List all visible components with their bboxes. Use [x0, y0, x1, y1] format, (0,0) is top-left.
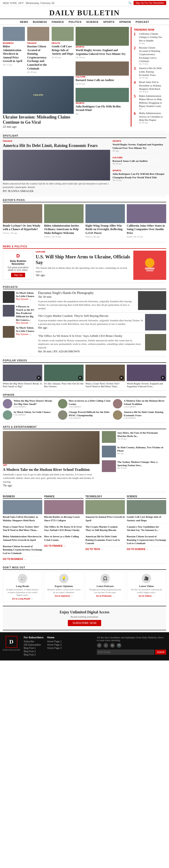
technology-story-2[interactable]: The Crypto Market Crashed. They're Still…	[85, 525, 125, 533]
instagram-icon[interactable]: 📷	[117, 643, 121, 648]
footer-link-blog3[interactable]: Blog Post 3	[24, 653, 43, 656]
finance-go-to[interactable]: Go to Finance →	[44, 545, 84, 547]
finance-story-3[interactable]: How to Invest as a Debt Ceiling Crisis L…	[44, 535, 84, 543]
business-story-1[interactable]: Retail Sales Fall in December as Holiday…	[3, 515, 42, 524]
trending-item-3[interactable]: 3 America Hits Its Debt Limit, Raising E…	[134, 66, 164, 79]
podcast-ep-3[interactable]: So Much Talent, So Little Chance Play Ep…	[3, 326, 36, 338]
footer-link-blog2[interactable]: Blog Post 2	[24, 650, 43, 653]
footer-link-subscribe[interactable]: Subscribe	[24, 640, 43, 643]
trending-item-1[interactable]: 1 California Climate Change is Getting T…	[134, 32, 164, 44]
opinion-6[interactable]: America Hit Its Debt Limit, Raising Econ…	[113, 410, 166, 420]
science-story-1[interactable]: Gentle Cell Care Brings Info of Anxiety …	[127, 515, 166, 524]
trending-label: Trending Now	[134, 28, 164, 31]
footer-link-blog1[interactable]: Blog Post 1	[24, 647, 43, 649]
nav-item-finance[interactable]: Finance	[49, 19, 66, 25]
technology-go-to[interactable]: Go to Tech →	[85, 548, 125, 551]
podcast-main-article[interactable]: Dayoanna Singh's Hands-On Photography 5h…	[38, 291, 166, 310]
news-politics-main[interactable]: UKRAINE U.S. Will Ship More Arms to Ukra…	[36, 251, 131, 280]
spotlight-side-1[interactable]: SPORTS World Rugby Sevens: England and A…	[113, 140, 166, 154]
editors-pick-1[interactable]: Bomb Cyclone? Or Just Windy with a Chanc…	[3, 204, 42, 238]
video-2[interactable]: ▶ It's Dry January. Pour One Out for the…	[44, 365, 84, 388]
spotlight-category: FINANCE	[3, 140, 110, 142]
opinion-row-2: So Much Talent, So Little Chance COLUMNI…	[3, 410, 166, 420]
science-story-2[interactable]: Canada's New Guidelines for Alcohol Say …	[127, 525, 166, 533]
business-story-2[interactable]: Want a Giant News Twitter Slot? You'll N…	[3, 525, 42, 533]
opinion-section: OPINION When the Big Wave Doesn't Break:…	[0, 392, 169, 422]
hero-story-2[interactable]: FINANCE Russian Citizen Accused of Runni…	[27, 27, 49, 73]
footer-email-input[interactable]	[97, 650, 154, 655]
editors-pick-3[interactable]: Right-Wing Trump Allies Win Battle on Ov…	[85, 204, 125, 238]
footer-social: f t in 📷	[97, 643, 166, 648]
trending-item-4[interactable]: 4 Retail Sales Fall in December as Holid…	[134, 80, 164, 93]
long-reads-btn[interactable]: Go to Long Reads →	[5, 597, 40, 600]
opinion-2[interactable]: How to Invest as a Debt Ceiling Crisis L…	[58, 399, 111, 408]
trending-item-5[interactable]: 5 Biden Administration Makes Moves to He…	[134, 94, 164, 110]
finance-story-2[interactable]: The Office As We Know It Is Over Says Ai…	[44, 525, 84, 533]
business-go-to[interactable]: Go to Business →	[3, 558, 42, 560]
editors-pick-2[interactable]: Biden Administration Invites Ordinary Am…	[44, 204, 84, 238]
spotlight-side: SPORTS World Rugby Sevens: England and A…	[113, 140, 166, 193]
facebook-icon[interactable]: f	[97, 643, 101, 648]
ep3-img	[85, 204, 125, 223]
spotlight-main[interactable]: FINANCE America Hit Its Debt Limit, Rais…	[3, 140, 110, 193]
editors-pick-4[interactable]: California Joins Other States in Suing C…	[127, 204, 166, 238]
newsletter-cta-button[interactable]: Sign Up	[11, 273, 25, 277]
hero-center-story-1[interactable]: SPORTS World Rugby Sevens: England and A…	[76, 27, 129, 59]
hero-story-3-img	[52, 27, 74, 41]
videos-btn[interactable]: Go to Videos →	[129, 595, 164, 597]
editors-picks-label: EDITOR'S PICKS	[3, 199, 166, 202]
opinions-btn[interactable]: Go to Opinions →	[46, 595, 81, 597]
footer-home-2[interactable]: Home Page 2	[47, 644, 61, 646]
trending-item-2[interactable]: 2 Russian Citizen Accused of Running Cry…	[134, 46, 164, 65]
footer-submit-button[interactable]: Submit	[155, 650, 166, 655]
linkedin-icon[interactable]: in	[110, 643, 115, 648]
podcast-article-3[interactable]: 'The Office As We Know It Is Over,' Says…	[38, 334, 166, 353]
subscribe-button[interactable]: SUBSCRIBE NOW	[68, 620, 101, 626]
arts-side-2[interactable]: In Aisle County, Alabama, Two Victims of…	[102, 446, 166, 458]
opinion-5[interactable]: Change Proved Difficult for the Debt HVA…	[58, 410, 111, 420]
podcast-ep-1[interactable]: So Much Talent, So Little Chance Play Ep…	[3, 291, 36, 303]
footer-home-3[interactable]: Home Page 3	[47, 647, 61, 649]
videos-icon: 🎥	[142, 574, 151, 583]
hero-story-3[interactable]: HEALTH Gentle Cell Care Brings Info of A…	[52, 27, 74, 73]
arts-side-1[interactable]: Jazz Heirs, the Fate of the Portmann Mat…	[102, 431, 166, 443]
twitter-icon[interactable]: t	[103, 643, 108, 648]
hero-story-3-title: Gentle Cell Care Brings Info of Anxiety …	[52, 45, 74, 56]
opinion-4[interactable]: So Much Talent, So Little Chance COLUMNI…	[3, 410, 56, 420]
trending-item-6[interactable]: 6 Mafia Administrators Arrives at Colomb…	[134, 112, 164, 124]
finance-story-1[interactable]: Bitcoin Battles to Recoup Losses Since F…	[44, 515, 84, 524]
spotlight-side-3[interactable]: SPORTS Julia Rodriguez Can Fly Will 6th …	[113, 169, 166, 183]
business-story-3[interactable]: Biden Administration Slowdown in Annual …	[3, 535, 42, 543]
arts-hero[interactable]: ART A Modern Take on the Hudson River Sc…	[3, 431, 99, 487]
nav-item-news[interactable]: News	[17, 19, 31, 25]
technology-story-1[interactable]: Amazon In Annual Price Growth in April	[85, 515, 125, 524]
nav-item-politics[interactable]: Politics	[67, 19, 84, 25]
video-4[interactable]: ▶ World Rugby Sevens: England and Argent…	[127, 365, 166, 388]
opinion-1[interactable]: When the Big Wave Doesn't Break: Are Big…	[3, 399, 56, 408]
business-story-4[interactable]: Russian Citizen Accused of Running Crypt…	[3, 545, 42, 556]
hero-story-1[interactable]: BUSINESS Biden Administration Slowdown i…	[3, 27, 25, 73]
opinion-3[interactable]: A Modern Take on the Hudson River School…	[113, 399, 166, 408]
science-go-to[interactable]: Go to Science →	[127, 548, 166, 551]
nav-item-business[interactable]: Business	[31, 19, 49, 25]
podcasts-btn[interactable]: Go to Podcasts →	[88, 595, 123, 597]
podcast-article-2[interactable]: The Crypto Market Crashed. They're Still…	[38, 314, 166, 331]
video-3[interactable]: ▶ Want a Giant News Twitter Slot? You'll…	[85, 365, 125, 388]
footer-home-1[interactable]: Home Page 1	[47, 640, 61, 643]
nav-item-opinion[interactable]: Opinion	[117, 19, 133, 25]
arts-side-3[interactable]: The Sydney Modern Change: How a Sporting…	[102, 460, 166, 472]
hero-main-story[interactable]: UKRAINE Ukraine Invasion: Misleading Cla…	[3, 76, 74, 129]
nav-item-sports[interactable]: Sports	[101, 19, 117, 25]
hero-center-story-3[interactable]: SPORTS Julia Rodriguez Can Fly With $6.8…	[76, 88, 129, 115]
podcast-ep-2[interactable]: 4 Phrases to Watch as the EU Has Predict…	[3, 305, 36, 324]
nav-item-podcast[interactable]: Podcast	[133, 19, 152, 25]
category-sections: BUSINESS Retail Sales Fall in December a…	[0, 493, 169, 562]
footer-link-gift[interactable]: Gift Subscription	[24, 644, 43, 646]
signup-button[interactable]: Sign Up For Our Newsletter	[134, 1, 166, 5]
nav-item-science[interactable]: Science	[84, 19, 101, 25]
hero-center-story-2[interactable]: CULTURE Barnard Jonas Calls an Auditor 1…	[76, 61, 129, 85]
spotlight-side-2[interactable]: CULTURE Barnard Jonas Calls an Auditor 3…	[113, 156, 166, 166]
technology-story-3[interactable]: American Hit Its Debt Limit Raising Econ…	[85, 535, 125, 547]
video-1[interactable]: ▶ When the Big Wave Doesn't Break: Is Po…	[3, 365, 42, 388]
science-story-3[interactable]: Russian Citizen Accused of Running Crypt…	[127, 535, 166, 547]
